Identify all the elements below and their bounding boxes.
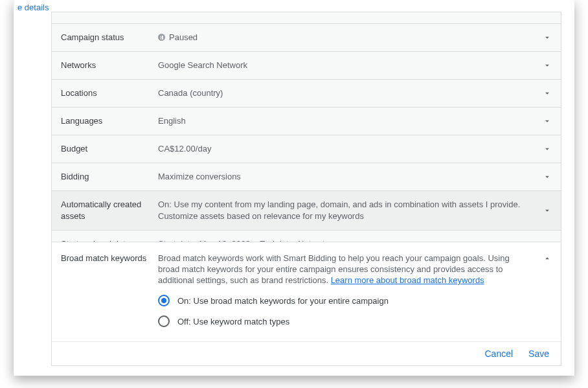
row-value: On: Use my content from my landing page,… [158, 199, 552, 222]
radio-off-icon [158, 315, 170, 327]
chevron-down-icon [541, 171, 553, 183]
status-text: Paused [169, 32, 198, 42]
cancel-button[interactable]: Cancel [484, 348, 513, 359]
chevron-down-icon [541, 87, 553, 99]
chevron-down-icon [541, 143, 553, 155]
chevron-down-icon [541, 32, 553, 43]
row-bidding[interactable]: Bidding Maximize conversions [52, 163, 561, 191]
row-label: Networks [61, 60, 158, 71]
row-value: Maximize conversions [158, 171, 552, 183]
card-footer: Cancel Save [52, 341, 561, 365]
broad-option-on[interactable]: On: Use broad match keywords for your en… [158, 295, 532, 306]
option-on-text: On: Use broad match keywords for your en… [177, 296, 389, 306]
radio-on-icon [158, 295, 170, 306]
save-button[interactable]: Save [528, 348, 549, 359]
broad-option-off[interactable]: Off: Use keyword match types [158, 315, 532, 327]
details-link-fragment[interactable]: e details [17, 3, 49, 12]
row-label: Automatically created assets [61, 199, 158, 222]
row-label: Locations [61, 87, 158, 99]
row-campaign-status[interactable]: Campaign status Paused [52, 24, 561, 52]
option-off-text: Off: Use keyword match types [177, 317, 289, 326]
row-label: Campaign status [61, 32, 158, 43]
broad-match-label: Broad match keywords [61, 253, 158, 336]
row-locations[interactable]: Locations Canada (country) [52, 80, 561, 108]
learn-more-link[interactable]: Learn more about broad match keywords [331, 275, 484, 285]
chevron-down-icon [541, 115, 553, 127]
settings-panel: Campaign status Paused Networks Google S… [51, 23, 561, 258]
row-label: Budget [61, 143, 158, 155]
row-value: Google Search Network [158, 60, 552, 71]
broad-match-card: Broad match keywords Broad match keyword… [51, 242, 561, 366]
chevron-down-icon [541, 60, 553, 71]
row-budget[interactable]: Budget CA$12.00/day [52, 135, 561, 163]
row-auto-assets[interactable]: Automatically created assets On: Use my … [52, 191, 561, 231]
row-value: English [158, 115, 552, 127]
row-value: CA$12.00/day [158, 143, 552, 155]
row-networks[interactable]: Networks Google Search Network [52, 52, 561, 80]
broad-match-description: Broad match keywords work with Smart Bid… [158, 253, 532, 286]
chevron-up-icon[interactable] [541, 253, 553, 264]
row-value: Canada (country) [158, 87, 552, 99]
pause-icon [158, 34, 165, 41]
row-label: Languages [61, 115, 158, 127]
row-languages[interactable]: Languages English [52, 108, 561, 135]
chevron-down-icon [541, 205, 553, 216]
partial-row [51, 12, 561, 23]
row-value: Paused [158, 32, 552, 43]
row-label: Bidding [61, 171, 158, 183]
